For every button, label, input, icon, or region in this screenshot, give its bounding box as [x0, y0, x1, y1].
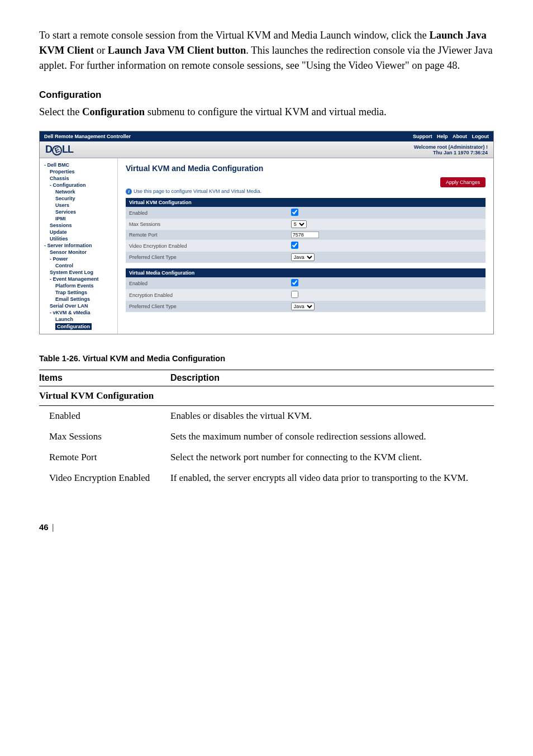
nav-item[interactable]: Users [42, 202, 115, 209]
doc-row0-k: Enabled [39, 406, 170, 427]
config-suffix: submenu to configure the virtual KVM and… [145, 106, 387, 117]
page-number: 46 [39, 522, 49, 532]
config-row-value [288, 277, 486, 289]
main-heading: Virtual KVM and Media Configuration [126, 164, 486, 173]
titlebar-link-logout[interactable]: Logout [472, 134, 489, 139]
doc-row2-k: Remote Port [39, 447, 170, 468]
page-number-block: 46| [39, 522, 494, 532]
nav-sidebar: - Dell BMCPropertiesChassis- Configurati… [40, 158, 118, 334]
welcome-block: Welcome root (Administrator) ! Thu Jan 1… [414, 144, 488, 155]
nav-item[interactable]: Update [42, 229, 115, 235]
logobar: DELL Welcome root (Administrator) ! Thu … [40, 141, 493, 158]
doc-row1-k: Max Sessions [39, 427, 170, 447]
config-row-label: Preferred Client Type [126, 252, 288, 263]
nav-item[interactable]: Security [42, 195, 115, 202]
titlebar-title: Dell Remote Management Controller [44, 134, 131, 139]
media-config-table: Virtual Media Configuration EnabledEncry… [126, 268, 486, 312]
apply-changes-button[interactable]: Apply Changes [440, 177, 486, 187]
doc-th-description: Description [170, 370, 494, 386]
dell-logo-e-icon: E [50, 144, 63, 157]
config-row-value: Java [288, 301, 486, 312]
nav-item[interactable]: Control [42, 262, 115, 269]
configuration-text: Select the Configuration submenu to conf… [39, 105, 494, 120]
page-number-divider-icon: | [52, 522, 54, 532]
info-text: Use this page to configure Virtual KVM a… [134, 188, 261, 194]
config-row-value: 5 [288, 219, 486, 230]
config-checkbox[interactable] [291, 242, 298, 249]
titlebar-link-support[interactable]: Support [413, 134, 432, 139]
config-row-label: Preferred Client Type [126, 301, 288, 312]
nav-item[interactable]: - Dell BMC [42, 162, 115, 168]
config-row-label: Encryption Enabled [126, 289, 288, 301]
config-row-value [288, 230, 486, 240]
nav-item[interactable]: System Event Log [42, 269, 115, 276]
screenshot-panel: Dell Remote Management Controller Suppor… [39, 131, 494, 334]
nav-item[interactable]: Network [42, 188, 115, 195]
config-select[interactable]: Java [291, 253, 315, 261]
nav-item[interactable]: Properties [42, 168, 115, 175]
titlebar-links: Support Help About Logout [410, 134, 489, 139]
config-row-value: Java [288, 252, 486, 263]
configuration-heading: Configuration [39, 89, 494, 101]
config-prefix: Select the [39, 106, 82, 117]
media-table-header: Virtual Media Configuration [126, 268, 486, 277]
nav-item[interactable]: - Power [42, 256, 115, 262]
intro-bold2: Launch Java VM Client button [108, 45, 246, 56]
config-bold: Configuration [82, 106, 145, 117]
doc-table: Items Description Virtual KVM Configurat… [39, 370, 494, 489]
config-select[interactable]: 5 [291, 220, 307, 228]
config-row-label: Video Encryption Enabled [126, 240, 288, 252]
nav-item[interactable]: Trap Settings [42, 289, 115, 296]
info-icon: i [126, 188, 132, 195]
info-line: iUse this page to configure Virtual KVM … [126, 188, 486, 195]
kvm-table-header: Virtual KVM Configuration [126, 198, 486, 207]
nav-item[interactable]: - Server Information [42, 242, 115, 249]
doc-row0-v: Enables or disables the virtual KVM. [170, 406, 494, 427]
config-checkbox[interactable] [291, 209, 298, 216]
welcome-line1: Welcome root (Administrator) ! [414, 144, 488, 150]
intro-mid: or [94, 45, 108, 56]
nav-item[interactable]: IPMI [42, 215, 115, 222]
nav-item[interactable]: - Configuration [42, 182, 115, 188]
nav-item[interactable]: Sessions [42, 222, 115, 229]
nav-item[interactable]: - vKVM & vMedia [42, 309, 115, 316]
dell-logo: DELL [45, 144, 73, 155]
nav-item[interactable]: Serial Over LAN [42, 303, 115, 309]
config-select[interactable]: Java [291, 303, 315, 310]
nav-item[interactable]: Utilities [42, 235, 115, 242]
doc-th-items: Items [39, 370, 170, 386]
nav-item[interactable]: Chassis [42, 175, 115, 182]
nav-item[interactable]: Configuration [42, 323, 115, 330]
doc-row1-v: Sets the maximum number of console redir… [170, 427, 494, 447]
config-row-label: Remote Port [126, 230, 288, 240]
main-pane: Virtual KVM and Media Configuration Appl… [118, 158, 493, 334]
doc-subheader: Virtual KVM Configuration [39, 386, 494, 406]
doc-row3-v: If enabled, the server encrypts all vide… [170, 468, 494, 489]
nav-item[interactable]: Services [42, 209, 115, 215]
nav-item[interactable]: Sensor Monitor [42, 249, 115, 256]
nav-item[interactable]: Platform Events [42, 282, 115, 289]
config-row-value [288, 207, 486, 219]
doc-row2-v: Select the network port number for conne… [170, 447, 494, 468]
nav-item[interactable]: Launch [42, 316, 115, 323]
nav-item[interactable]: - Event Management [42, 276, 115, 282]
config-row-label: Enabled [126, 207, 288, 219]
titlebar-link-help[interactable]: Help [437, 134, 448, 139]
doc-row3-k: Video Encryption Enabled [39, 468, 170, 489]
intro-paragraph: To start a remote console session from t… [39, 28, 494, 73]
config-checkbox[interactable] [291, 279, 298, 286]
titlebar-link-about[interactable]: About [453, 134, 467, 139]
config-text-input[interactable] [291, 231, 319, 238]
kvm-config-table: Virtual KVM Configuration EnabledMax Ses… [126, 198, 486, 263]
intro-prefix: To start a remote console session from t… [39, 30, 429, 41]
config-row-value [288, 240, 486, 252]
screenshot-titlebar: Dell Remote Management Controller Suppor… [40, 131, 493, 141]
config-row-label: Enabled [126, 277, 288, 289]
nav-item[interactable]: Email Settings [42, 296, 115, 303]
config-checkbox[interactable] [291, 291, 298, 298]
config-row-label: Max Sessions [126, 219, 288, 230]
table-caption: Table 1-26. Virtual KVM and Media Config… [39, 354, 494, 363]
welcome-line2: Thu Jan 1 1970 7:36:24 [433, 150, 488, 155]
config-row-value [288, 289, 486, 301]
